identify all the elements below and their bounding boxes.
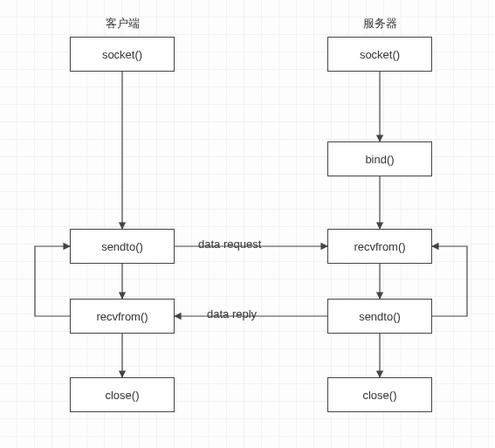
- loop-client: [35, 246, 70, 316]
- loop-server: [432, 246, 467, 316]
- connectors: [0, 0, 495, 448]
